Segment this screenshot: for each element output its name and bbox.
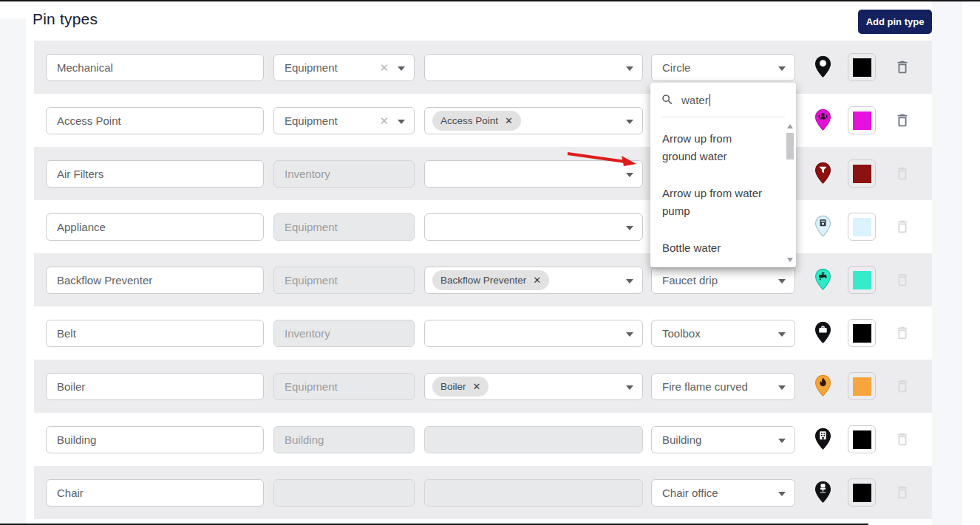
add-pin-type-button[interactable]: Add pin type xyxy=(858,10,932,34)
chip-remove-icon[interactable]: ✕ xyxy=(473,381,481,392)
scroll-up-icon[interactable] xyxy=(787,124,793,128)
icon-value: Circle xyxy=(662,61,690,74)
trash-icon xyxy=(894,430,911,448)
pin-preview xyxy=(813,109,832,132)
linked-types-select[interactable]: Backflow Preventer✕ xyxy=(424,267,643,294)
icon-option[interactable]: Arrow up from water pump xyxy=(662,185,767,220)
linked-types-select[interactable] xyxy=(424,54,643,81)
icon-search-value: water xyxy=(681,94,709,106)
selected-type-chip[interactable]: Access Point✕ xyxy=(432,111,521,131)
pin-name-input[interactable] xyxy=(46,426,264,453)
pin-name-input[interactable] xyxy=(46,54,264,81)
pin-name-input[interactable] xyxy=(46,320,264,347)
icon-select[interactable]: Toolbox xyxy=(651,320,795,347)
delete-pin-type-button[interactable] xyxy=(894,111,911,130)
color-swatch[interactable] xyxy=(848,159,876,188)
pin-type-row: Equipment ✕ Access Point✕ xyxy=(34,94,932,147)
color-swatch[interactable] xyxy=(848,372,876,400)
icon-select[interactable]: Building xyxy=(651,426,795,453)
icon-select[interactable]: Faucet drip xyxy=(651,267,795,294)
page-title: Pin types xyxy=(33,10,98,28)
circle-pin-icon xyxy=(814,55,832,79)
icon-option[interactable]: Bottle water xyxy=(662,239,767,257)
icon-option[interactable]: Arrow up from ground water xyxy=(662,130,767,165)
category-value: Equipment xyxy=(285,61,338,74)
color-swatch[interactable] xyxy=(848,53,876,81)
pin-name-input[interactable] xyxy=(46,373,264,400)
chip-remove-icon[interactable]: ✕ xyxy=(505,115,513,126)
selected-type-chip[interactable]: Backflow Preventer✕ xyxy=(432,270,549,290)
page-left-gutter xyxy=(0,18,26,525)
pin-preview xyxy=(813,162,832,185)
category-select[interactable]: Equipment ✕ xyxy=(273,107,415,134)
trash-icon xyxy=(894,324,911,342)
icon-value: Toolbox xyxy=(662,327,701,340)
chevron-down-icon xyxy=(778,492,786,496)
filter-pin-icon xyxy=(814,162,832,185)
color-swatch[interactable] xyxy=(848,478,876,507)
chevron-down-icon xyxy=(778,66,786,71)
scrollbar-thumb[interactable] xyxy=(786,133,794,159)
pin-preview xyxy=(813,268,832,292)
category-value: Equipment xyxy=(285,114,338,127)
trash-icon xyxy=(894,165,911,182)
pin-type-row: Equipment ✕ Circle xyxy=(34,41,932,94)
appliance-pin-icon xyxy=(814,215,832,239)
selected-chips: Backflow Preventer✕ xyxy=(432,270,549,290)
category-value: Building xyxy=(285,433,324,446)
icon-select[interactable]: Circle xyxy=(651,54,795,81)
fire-flame-curved-pin-icon xyxy=(814,374,832,398)
chevron-down-icon xyxy=(626,66,633,71)
icon-select[interactable]: Fire flame curved xyxy=(651,373,795,400)
chevron-down-icon xyxy=(626,385,633,390)
pin-type-row: Inventory ✕ Toolbox xyxy=(34,306,932,360)
color-swatch[interactable] xyxy=(848,319,876,347)
selected-type-chip[interactable]: Boiler✕ xyxy=(432,377,489,397)
clear-icon[interactable]: ✕ xyxy=(379,61,389,75)
color-swatch[interactable] xyxy=(848,106,876,134)
chip-remove-icon[interactable]: ✕ xyxy=(533,275,541,286)
delete-pin-type-button[interactable] xyxy=(894,58,911,77)
screenshot-top-border xyxy=(0,0,980,1)
pin-type-row: Equipment ✕ xyxy=(34,200,932,253)
linked-types-select[interactable]: Access Point✕ xyxy=(424,107,643,134)
category-select[interactable]: Equipment ✕ xyxy=(273,54,415,81)
chevron-down-icon xyxy=(626,226,633,230)
clear-icon[interactable]: ✕ xyxy=(379,114,389,128)
linked-types-select[interactable] xyxy=(424,320,643,347)
pin-type-row: ✕ Chair office xyxy=(34,466,932,519)
icon-value: Chair office xyxy=(662,487,718,499)
pin-name-input[interactable] xyxy=(46,479,264,507)
color-swatch[interactable] xyxy=(848,266,876,294)
delete-pin-type-button xyxy=(894,430,911,449)
linked-types-select[interactable]: Boiler✕ xyxy=(424,373,643,400)
dropdown-scrollbar[interactable] xyxy=(786,121,795,265)
pin-name-input[interactable] xyxy=(46,213,264,241)
color-swatch[interactable] xyxy=(848,213,876,241)
pin-name-input[interactable] xyxy=(46,160,264,188)
delete-pin-type-button xyxy=(894,271,911,289)
trash-icon xyxy=(894,58,911,76)
pin-name-input[interactable] xyxy=(46,107,264,134)
icon-select[interactable]: Chair office xyxy=(651,479,795,507)
icon-dropdown-panel: water Arrow up from ground waterArrow up… xyxy=(650,83,796,267)
chevron-down-icon xyxy=(778,279,786,284)
chevron-down-icon xyxy=(626,279,633,284)
icon-search-input[interactable]: water xyxy=(650,83,796,117)
trash-icon xyxy=(894,377,911,395)
pin-preview xyxy=(813,215,832,239)
linked-types-select xyxy=(424,479,643,507)
pin-preview xyxy=(813,481,832,504)
chevron-down-icon xyxy=(626,332,633,337)
linked-types-select[interactable] xyxy=(424,213,643,241)
linked-types-select[interactable] xyxy=(424,160,643,188)
category-value: Equipment xyxy=(285,274,338,286)
pin-name-input[interactable] xyxy=(46,267,264,294)
color-swatch[interactable] xyxy=(848,425,876,453)
pin-type-row: Inventory ✕ xyxy=(34,147,932,200)
trash-icon xyxy=(894,111,911,129)
scroll-down-icon[interactable] xyxy=(787,258,793,262)
delete-pin-type-button xyxy=(894,218,911,236)
chevron-down-icon xyxy=(778,332,786,337)
chevron-down-icon xyxy=(778,439,786,443)
